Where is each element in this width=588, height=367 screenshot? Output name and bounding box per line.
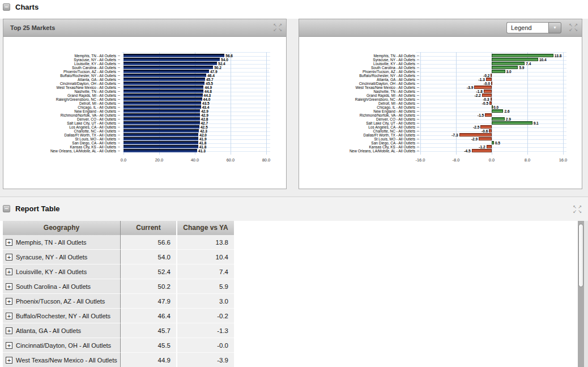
- chart-bar[interactable]: [484, 89, 492, 93]
- maximize-icon[interactable]: ↖↗↙↘: [572, 205, 582, 214]
- chart-category-label: Kansas City, KS - All Outlets: [299, 145, 415, 149]
- y-axis-tick: [417, 135, 419, 135]
- chart-bar[interactable]: [123, 117, 200, 121]
- chart-bar[interactable]: [492, 105, 493, 109]
- column-header-change-vs-ya[interactable]: Change vs YA: [177, 221, 234, 235]
- chart-bar[interactable]: [123, 149, 197, 152]
- table-row[interactable]: +Cincinnati/Dayton, OH - All Outlets45.5…: [3, 338, 234, 353]
- geography-cell[interactable]: +Syracuse, NY - All Outlets: [3, 250, 121, 264]
- chart-bar[interactable]: [492, 66, 518, 69]
- maximize-icon[interactable]: ↖↗↙↘: [568, 23, 578, 32]
- maximize-icon[interactable]: ↖↗↙↘: [272, 23, 283, 32]
- chart-bar[interactable]: [492, 117, 505, 121]
- chart-bar[interactable]: [492, 109, 503, 113]
- legend-dropdown[interactable]: Legend ▼: [506, 22, 561, 33]
- chart-bar[interactable]: [123, 74, 206, 77]
- legend-select-value[interactable]: Legend: [506, 22, 548, 33]
- chart-bar[interactable]: [492, 58, 538, 61]
- y-axis-tick: [118, 119, 120, 120]
- expand-row-button[interactable]: +: [6, 254, 12, 261]
- chart-bar[interactable]: [123, 66, 213, 69]
- chart-bar[interactable]: [491, 74, 492, 77]
- chart-bar[interactable]: [123, 93, 203, 97]
- table-row[interactable]: +West Texas/New Mexico - All Outlets44.9…: [3, 353, 234, 367]
- expand-row-button[interactable]: +: [6, 283, 12, 290]
- y-axis-tick: [118, 75, 120, 76]
- chart-bar[interactable]: [491, 82, 492, 85]
- chart-bar[interactable]: [123, 109, 200, 113]
- chart-bar[interactable]: [492, 141, 494, 144]
- scrollbar-thumb[interactable]: [578, 224, 583, 287]
- collapse-charts-icon[interactable]: −: [3, 3, 10, 11]
- chart-bar[interactable]: [489, 101, 492, 105]
- table-row[interactable]: +Syracuse, NY - All Outlets54.010.4: [3, 250, 234, 264]
- chart-bar[interactable]: [459, 133, 492, 136]
- report-section-header: − Report Table: [3, 204, 60, 213]
- chart-bar[interactable]: [491, 97, 492, 101]
- chart-bar[interactable]: [123, 121, 200, 125]
- chart-bar[interactable]: [123, 113, 200, 117]
- chart-category-label: St Louis, MO - All Outlets: [3, 137, 116, 141]
- chart-bar[interactable]: [487, 145, 492, 148]
- chart-bar[interactable]: [123, 145, 198, 148]
- chart-bar[interactable]: [480, 125, 492, 129]
- chart-bar[interactable]: [123, 62, 217, 65]
- geography-cell[interactable]: +West Texas/New Mexico - All Outlets: [3, 353, 121, 367]
- expand-row-button[interactable]: +: [6, 313, 12, 319]
- expand-row-button[interactable]: +: [6, 327, 12, 334]
- chart-category-label: San Diego, CA - All Outlets: [299, 141, 415, 145]
- column-header-current[interactable]: Current: [121, 221, 177, 235]
- chart-bar[interactable]: [123, 129, 199, 133]
- expand-row-button[interactable]: +: [6, 268, 12, 275]
- table-row[interactable]: +Buffalo/Rochester, NY - All Outlets46.4…: [3, 309, 234, 323]
- table-row[interactable]: +South Carolina - All Outlets50.25.9: [3, 279, 234, 294]
- chart-bar[interactable]: [485, 113, 492, 117]
- chart-bar[interactable]: [123, 70, 209, 73]
- collapse-report-icon[interactable]: −: [3, 205, 10, 212]
- expand-row-button[interactable]: +: [6, 239, 12, 246]
- chart-value-label: 45.5: [206, 82, 213, 86]
- table-row[interactable]: +Atlanta, GA - All Outlets45.7-1.3: [3, 323, 234, 338]
- chart-bar[interactable]: [482, 93, 492, 97]
- chart-bar[interactable]: [123, 86, 203, 89]
- chart-bar[interactable]: [123, 105, 201, 109]
- chart-bar[interactable]: [123, 133, 198, 136]
- chart-bar[interactable]: [123, 89, 203, 93]
- geography-cell[interactable]: +Louisville, KY - All Outlets: [3, 264, 121, 279]
- chart-bar[interactable]: [123, 78, 205, 81]
- chart-bar[interactable]: [123, 125, 199, 129]
- expand-row-button[interactable]: +: [6, 357, 12, 364]
- chart-bar[interactable]: [472, 149, 492, 152]
- geography-cell[interactable]: +Phoenix/Tucson, AZ - All Outlets: [3, 294, 121, 309]
- geography-cell[interactable]: +Memphis, TN - All Outlets: [3, 235, 121, 250]
- chart-bar[interactable]: [492, 54, 553, 57]
- table-row[interactable]: +Memphis, TN - All Outlets56.613.8: [3, 235, 234, 250]
- chart-bar[interactable]: [492, 70, 505, 73]
- chart-category-label: New Orleans, LA/Mobile, AL - All Outlets: [3, 149, 116, 153]
- expand-row-button[interactable]: +: [6, 342, 12, 349]
- expand-row-button[interactable]: +: [6, 298, 12, 305]
- chevron-down-icon[interactable]: ▼: [548, 22, 561, 33]
- vertical-scrollbar[interactable]: [578, 221, 584, 367]
- chart-bar[interactable]: [123, 101, 201, 105]
- chart-bar[interactable]: [123, 82, 204, 85]
- chart-bar[interactable]: [123, 58, 220, 61]
- geography-cell[interactable]: +Buffalo/Rochester, NY - All Outlets: [3, 309, 121, 323]
- report-section-title: Report Table: [15, 204, 60, 213]
- chart-bar[interactable]: [123, 137, 198, 140]
- table-row[interactable]: +Louisville, KY - All Outlets52.47.4: [3, 264, 234, 279]
- column-header-geography[interactable]: Geography: [3, 221, 121, 235]
- table-row[interactable]: +Phoenix/Tucson, AZ - All Outlets47.93.0: [3, 294, 234, 309]
- chart-bar[interactable]: [479, 137, 492, 140]
- geography-cell[interactable]: +South Carolina - All Outlets: [3, 279, 121, 294]
- chart-bar[interactable]: [474, 86, 492, 89]
- chart-bar[interactable]: [489, 129, 492, 133]
- chart-bar[interactable]: [123, 97, 202, 101]
- geography-cell[interactable]: +Cincinnati/Dayton, OH - All Outlets: [3, 338, 121, 353]
- chart-bar[interactable]: [123, 141, 198, 144]
- chart-bar[interactable]: [492, 62, 525, 65]
- chart-bar[interactable]: [486, 78, 492, 81]
- chart-bar[interactable]: [492, 121, 532, 125]
- chart-bar[interactable]: [123, 54, 224, 57]
- geography-cell[interactable]: +Atlanta, GA - All Outlets: [3, 323, 121, 338]
